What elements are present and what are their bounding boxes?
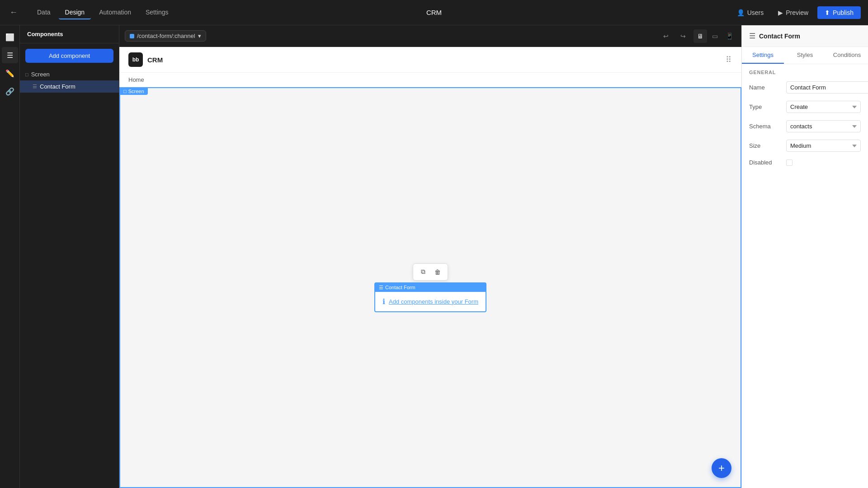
publish-button[interactable]: ⬆ Publish — [817, 6, 861, 19]
sidebar-icon-brush[interactable]: ✏️ — [2, 65, 18, 81]
undo-button[interactable]: ↩ — [659, 29, 673, 43]
tree-item-screen[interactable]: □ Screen — [20, 68, 119, 80]
type-field-label: Type — [749, 103, 781, 110]
copy-button[interactable]: ⧉ — [417, 266, 429, 278]
publish-label: Publish — [833, 9, 854, 16]
type-select[interactable]: Create — [786, 101, 861, 113]
panel-header-icon: ☰ — [749, 32, 755, 40]
right-panel: ☰ Contact Form Settings Styles Condition… — [741, 25, 868, 488]
schema-field-label: Schema — [749, 123, 781, 130]
name-input[interactable] — [786, 81, 868, 94]
tree-item-form-label: Contact Form — [40, 83, 75, 90]
frame-app-name: CRM — [147, 56, 163, 64]
panel-title: Contact Form — [759, 33, 800, 40]
form-header-icon: ☰ — [379, 285, 383, 291]
canvas-frame-wrapper: bb CRM ⠿ Home □ Screen ⧉ 🗑 — [119, 47, 741, 488]
disabled-row: Disabled — [742, 155, 868, 169]
route-path: /contact-form/:channel — [137, 33, 195, 39]
tab-automation[interactable]: Automation — [93, 6, 137, 19]
delete-button[interactable]: 🗑 — [431, 266, 444, 278]
frame-dots-icon: ⠿ — [726, 55, 732, 65]
disabled-checkbox[interactable] — [786, 160, 793, 166]
main-layout: ⬜ ☰ ✏️ 🔗 Components Add component □ Scre… — [0, 25, 868, 488]
right-panel-header: ☰ Contact Form — [742, 25, 868, 47]
canvas-area: /contact-form/:channel ▾ ↩ ↪ 🖥 ▭ 📱 bb CR… — [119, 25, 741, 488]
schema-row: Schema contacts — [742, 117, 868, 136]
tree-item-contact-form[interactable]: ☰ Contact Form — [20, 80, 119, 93]
components-panel-header: Components — [20, 25, 119, 43]
components-panel: Components Add component □ Screen ☰ Cont… — [20, 25, 119, 488]
preview-label: Preview — [786, 9, 808, 16]
route-dot — [130, 34, 134, 38]
schema-select[interactable]: contacts — [786, 120, 861, 132]
form-container: ⧉ 🗑 ☰ Contact Form ℹ Add components insi… — [374, 263, 486, 312]
icon-sidebar: ⬜ ☰ ✏️ 🔗 — [0, 25, 20, 488]
back-button[interactable]: ← — [7, 6, 20, 19]
tab-data[interactable]: Data — [31, 6, 57, 19]
preview-button[interactable]: ▶ Preview — [773, 6, 814, 19]
form-box-content: ℹ Add components inside your Form — [375, 292, 486, 311]
form-action-bar: ⧉ 🗑 — [413, 263, 448, 281]
canvas-screen[interactable]: □ Screen ⧉ 🗑 ☰ Contact Form — [119, 87, 741, 488]
screen-badge-label: Screen — [128, 89, 144, 94]
sidebar-icon-panel[interactable]: ⬜ — [2, 29, 18, 45]
nav-left: ← Data Design Automation Settings — [7, 6, 175, 19]
preview-icon: ▶ — [778, 9, 783, 16]
tab-panel-styles[interactable]: Styles — [784, 47, 826, 64]
route-chevron-icon: ▾ — [198, 33, 201, 39]
nav-right: 👤 Users ▶ Preview ⬆ Publish — [731, 6, 861, 19]
form-box-header: ☰ Contact Form — [375, 283, 486, 292]
top-navbar: ← Data Design Automation Settings CRM 👤 … — [0, 0, 868, 25]
name-row: Name — [742, 78, 868, 97]
frame-breadcrumb: Home — [119, 73, 741, 87]
users-button[interactable]: 👤 Users — [731, 6, 769, 19]
publish-icon: ⬆ — [825, 9, 830, 16]
form-tree-icon: ☰ — [33, 84, 37, 89]
tree-item-screen-label: Screen — [31, 71, 50, 78]
contact-form-component[interactable]: ☰ Contact Form ℹ Add components inside y… — [374, 282, 486, 312]
fab-button[interactable]: + — [712, 458, 731, 478]
tab-design[interactable]: Design — [59, 6, 91, 19]
app-title: CRM — [426, 9, 442, 16]
screen-tree-icon: □ — [25, 72, 28, 77]
size-field-label: Size — [749, 142, 781, 149]
redo-button[interactable]: ↪ — [676, 29, 690, 43]
general-section-label: GENERAL — [742, 64, 868, 78]
canvas-frame: bb CRM ⠿ Home □ Screen ⧉ 🗑 — [119, 47, 741, 488]
mobile-view-button[interactable]: 📱 — [722, 29, 736, 43]
desktop-view-button[interactable]: 🖥 — [693, 29, 707, 43]
users-label: Users — [747, 9, 764, 16]
help-circle-icon: ℹ — [382, 297, 385, 306]
sidebar-icon-components[interactable]: ☰ — [2, 47, 18, 63]
frame-logo: bb — [128, 52, 143, 67]
tablet-view-button[interactable]: ▭ — [708, 29, 722, 43]
tab-panel-settings[interactable]: Settings — [742, 47, 784, 64]
frame-header: bb CRM ⠿ — [119, 47, 741, 73]
sidebar-icon-link[interactable]: 🔗 — [2, 83, 18, 99]
nav-tabs: Data Design Automation Settings — [31, 6, 175, 19]
add-components-link[interactable]: Add components inside your Form — [389, 298, 478, 305]
screen-badge-icon: □ — [123, 89, 127, 94]
tab-panel-conditions[interactable]: Conditions — [826, 47, 868, 64]
screen-badge: □ Screen — [120, 88, 148, 95]
panel-tabs: Settings Styles Conditions — [742, 47, 868, 64]
add-component-button[interactable]: Add component — [25, 49, 113, 63]
size-row: Size Medium — [742, 136, 868, 155]
type-row: Type Create — [742, 97, 868, 117]
form-header-label: Contact Form — [385, 285, 415, 290]
view-toggle: 🖥 ▭ 📱 — [693, 29, 736, 43]
users-icon: 👤 — [737, 9, 745, 16]
name-field-label: Name — [749, 84, 781, 91]
canvas-toolbar: /contact-form/:channel ▾ ↩ ↪ 🖥 ▭ 📱 — [119, 25, 741, 47]
route-badge[interactable]: /contact-form/:channel ▾ — [125, 30, 206, 42]
size-select[interactable]: Medium — [786, 140, 861, 152]
tab-settings[interactable]: Settings — [139, 6, 175, 19]
disabled-field-label: Disabled — [749, 159, 781, 166]
